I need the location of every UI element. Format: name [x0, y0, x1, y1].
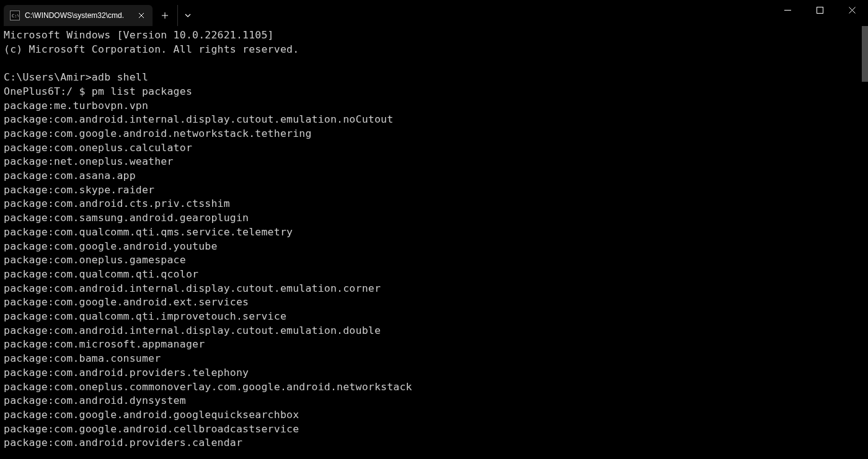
maximize-button[interactable]	[804, 0, 836, 20]
cmd-icon: C:\	[10, 11, 20, 20]
tab-close-button[interactable]	[135, 9, 148, 22]
minimize-button[interactable]	[771, 0, 804, 20]
svg-text:C:\: C:\	[12, 14, 19, 19]
tab-dropdown-button[interactable]	[177, 5, 197, 26]
title-bar: C:\ C:\WINDOWS\system32\cmd.	[0, 0, 868, 26]
window-controls	[771, 0, 868, 20]
new-tab-button[interactable]	[154, 5, 176, 26]
tab-title: C:\WINDOWS\system32\cmd.	[25, 11, 130, 20]
close-window-button[interactable]	[836, 0, 868, 20]
scrollbar-thumb[interactable]	[862, 26, 868, 82]
tab-cmd[interactable]: C:\ C:\WINDOWS\system32\cmd.	[4, 5, 153, 26]
terminal-output[interactable]: Microsoft Windows [Version 10.0.22621.11…	[0, 26, 868, 453]
svg-rect-6	[817, 7, 823, 13]
tabs-area: C:\ C:\WINDOWS\system32\cmd.	[0, 0, 197, 26]
